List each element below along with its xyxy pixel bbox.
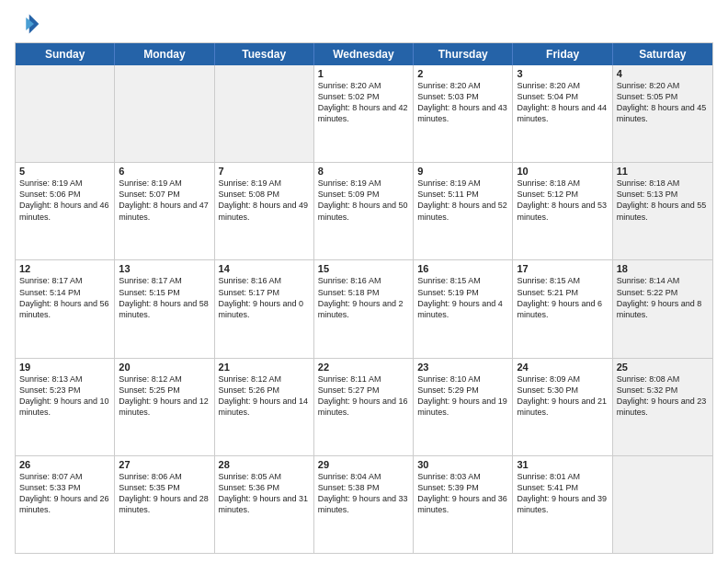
calendar-cell: 20Sunrise: 8:12 AM Sunset: 5:25 PM Dayli… <box>115 359 214 455</box>
day-number: 5 <box>19 166 110 177</box>
day-number: 20 <box>119 362 210 373</box>
calendar-cell: 24Sunrise: 8:09 AM Sunset: 5:30 PM Dayli… <box>513 359 612 455</box>
calendar-cell <box>115 65 214 162</box>
cell-info: Sunrise: 8:05 AM Sunset: 5:36 PM Dayligh… <box>219 471 310 516</box>
cell-info: Sunrise: 8:19 AM Sunset: 5:07 PM Dayligh… <box>119 178 210 223</box>
cell-info: Sunrise: 8:19 AM Sunset: 5:09 PM Dayligh… <box>318 178 409 223</box>
day-number: 22 <box>318 362 409 373</box>
calendar-cell: 16Sunrise: 8:15 AM Sunset: 5:19 PM Dayli… <box>414 260 513 357</box>
calendar-cell <box>215 65 314 162</box>
calendar-cell: 1Sunrise: 8:20 AM Sunset: 5:02 PM Daylig… <box>314 65 414 162</box>
calendar-cell: 13Sunrise: 8:17 AM Sunset: 5:15 PM Dayli… <box>115 260 214 357</box>
cell-info: Sunrise: 8:06 AM Sunset: 5:35 PM Dayligh… <box>119 471 210 516</box>
calendar-cell: 25Sunrise: 8:08 AM Sunset: 5:32 PM Dayli… <box>613 359 712 455</box>
logo <box>15 11 44 37</box>
cell-info: Sunrise: 8:04 AM Sunset: 5:38 PM Dayligh… <box>318 471 409 516</box>
day-number: 8 <box>318 166 409 177</box>
day-number: 31 <box>517 459 608 470</box>
cell-info: Sunrise: 8:15 AM Sunset: 5:21 PM Dayligh… <box>517 275 608 320</box>
day-number: 25 <box>617 362 709 373</box>
day-number: 28 <box>219 459 310 470</box>
day-number: 21 <box>219 362 310 373</box>
cell-info: Sunrise: 8:10 AM Sunset: 5:29 PM Dayligh… <box>417 373 508 419</box>
cell-info: Sunrise: 8:20 AM Sunset: 5:04 PM Dayligh… <box>517 80 608 125</box>
weekday-header: Monday <box>115 43 214 65</box>
calendar-cell: 3Sunrise: 8:20 AM Sunset: 5:04 PM Daylig… <box>513 65 612 162</box>
calendar-cell: 8Sunrise: 8:19 AM Sunset: 5:09 PM Daylig… <box>314 163 414 259</box>
cell-info: Sunrise: 8:11 AM Sunset: 5:27 PM Dayligh… <box>318 373 409 419</box>
weekday-header: Sunday <box>16 43 115 65</box>
day-number: 7 <box>219 166 310 177</box>
calendar-cell: 23Sunrise: 8:10 AM Sunset: 5:29 PM Dayli… <box>414 359 513 455</box>
calendar-row: 1Sunrise: 8:20 AM Sunset: 5:02 PM Daylig… <box>16 65 712 163</box>
calendar-cell: 15Sunrise: 8:16 AM Sunset: 5:18 PM Dayli… <box>314 260 414 357</box>
cell-info: Sunrise: 8:20 AM Sunset: 5:03 PM Dayligh… <box>417 80 508 125</box>
cell-info: Sunrise: 8:19 AM Sunset: 5:08 PM Dayligh… <box>219 178 310 223</box>
day-number: 1 <box>318 68 409 79</box>
day-number: 11 <box>617 166 709 177</box>
day-number: 30 <box>417 459 508 470</box>
calendar-cell: 28Sunrise: 8:05 AM Sunset: 5:36 PM Dayli… <box>215 456 314 553</box>
day-number: 19 <box>19 362 110 373</box>
day-number: 13 <box>119 263 210 274</box>
day-number: 17 <box>517 263 608 274</box>
day-number: 26 <box>19 459 110 470</box>
calendar-cell: 14Sunrise: 8:16 AM Sunset: 5:17 PM Dayli… <box>215 260 314 357</box>
cell-info: Sunrise: 8:20 AM Sunset: 5:05 PM Dayligh… <box>617 80 709 125</box>
cell-info: Sunrise: 8:07 AM Sunset: 5:33 PM Dayligh… <box>19 471 110 516</box>
calendar-cell: 4Sunrise: 8:20 AM Sunset: 5:05 PM Daylig… <box>613 65 712 162</box>
header <box>15 11 713 37</box>
weekday-header: Tuesday <box>215 43 314 65</box>
cell-info: Sunrise: 8:17 AM Sunset: 5:15 PM Dayligh… <box>119 275 210 320</box>
calendar-cell: 18Sunrise: 8:14 AM Sunset: 5:22 PM Dayli… <box>613 260 712 357</box>
cell-info: Sunrise: 8:01 AM Sunset: 5:41 PM Dayligh… <box>517 471 608 516</box>
calendar-cell: 7Sunrise: 8:19 AM Sunset: 5:08 PM Daylig… <box>215 163 314 259</box>
calendar-cell: 21Sunrise: 8:12 AM Sunset: 5:26 PM Dayli… <box>215 359 314 455</box>
calendar-cell: 22Sunrise: 8:11 AM Sunset: 5:27 PM Dayli… <box>314 359 414 455</box>
calendar-cell: 10Sunrise: 8:18 AM Sunset: 5:12 PM Dayli… <box>513 163 612 259</box>
day-number: 29 <box>318 459 409 470</box>
calendar-cell: 12Sunrise: 8:17 AM Sunset: 5:14 PM Dayli… <box>16 260 115 357</box>
cell-info: Sunrise: 8:20 AM Sunset: 5:02 PM Dayligh… <box>318 80 409 125</box>
cell-info: Sunrise: 8:16 AM Sunset: 5:18 PM Dayligh… <box>318 275 409 320</box>
day-number: 18 <box>617 263 709 274</box>
calendar-cell <box>613 456 712 553</box>
calendar-cell: 19Sunrise: 8:13 AM Sunset: 5:23 PM Dayli… <box>16 359 115 455</box>
logo-icon <box>15 11 40 37</box>
day-number: 24 <box>517 362 608 373</box>
day-number: 10 <box>517 166 608 177</box>
calendar-cell: 11Sunrise: 8:18 AM Sunset: 5:13 PM Dayli… <box>613 163 712 259</box>
calendar-row: 5Sunrise: 8:19 AM Sunset: 5:06 PM Daylig… <box>16 163 712 260</box>
day-number: 16 <box>417 263 508 274</box>
cell-info: Sunrise: 8:08 AM Sunset: 5:32 PM Dayligh… <box>617 373 709 419</box>
weekday-header: Thursday <box>414 43 513 65</box>
calendar-cell: 9Sunrise: 8:19 AM Sunset: 5:11 PM Daylig… <box>414 163 513 259</box>
cell-info: Sunrise: 8:17 AM Sunset: 5:14 PM Dayligh… <box>19 275 110 320</box>
calendar-cell: 2Sunrise: 8:20 AM Sunset: 5:03 PM Daylig… <box>414 65 513 162</box>
day-number: 14 <box>219 263 310 274</box>
day-number: 4 <box>617 68 709 79</box>
cell-info: Sunrise: 8:03 AM Sunset: 5:39 PM Dayligh… <box>417 471 508 516</box>
cell-info: Sunrise: 8:16 AM Sunset: 5:17 PM Dayligh… <box>219 275 310 320</box>
day-number: 2 <box>417 68 508 79</box>
cell-info: Sunrise: 8:09 AM Sunset: 5:30 PM Dayligh… <box>517 373 608 419</box>
cell-info: Sunrise: 8:14 AM Sunset: 5:22 PM Dayligh… <box>617 275 709 320</box>
cell-info: Sunrise: 8:19 AM Sunset: 5:11 PM Dayligh… <box>417 178 508 223</box>
day-number: 3 <box>517 68 608 79</box>
page: SundayMondayTuesdayWednesdayThursdayFrid… <box>0 0 728 563</box>
weekday-header: Saturday <box>613 43 712 65</box>
calendar-cell: 17Sunrise: 8:15 AM Sunset: 5:21 PM Dayli… <box>513 260 612 357</box>
cell-info: Sunrise: 8:12 AM Sunset: 5:26 PM Dayligh… <box>219 373 310 419</box>
weekday-header: Friday <box>513 43 612 65</box>
day-number: 6 <box>119 166 210 177</box>
calendar-body: 1Sunrise: 8:20 AM Sunset: 5:02 PM Daylig… <box>16 65 712 553</box>
day-number: 9 <box>417 166 508 177</box>
calendar-row: 19Sunrise: 8:13 AM Sunset: 5:23 PM Dayli… <box>16 359 712 456</box>
cell-info: Sunrise: 8:19 AM Sunset: 5:06 PM Dayligh… <box>19 178 110 223</box>
day-number: 15 <box>318 263 409 274</box>
day-number: 27 <box>119 459 210 470</box>
day-number: 23 <box>417 362 508 373</box>
calendar-cell: 26Sunrise: 8:07 AM Sunset: 5:33 PM Dayli… <box>16 456 115 553</box>
calendar-cell: 31Sunrise: 8:01 AM Sunset: 5:41 PM Dayli… <box>513 456 612 553</box>
calendar-cell: 29Sunrise: 8:04 AM Sunset: 5:38 PM Dayli… <box>314 456 414 553</box>
